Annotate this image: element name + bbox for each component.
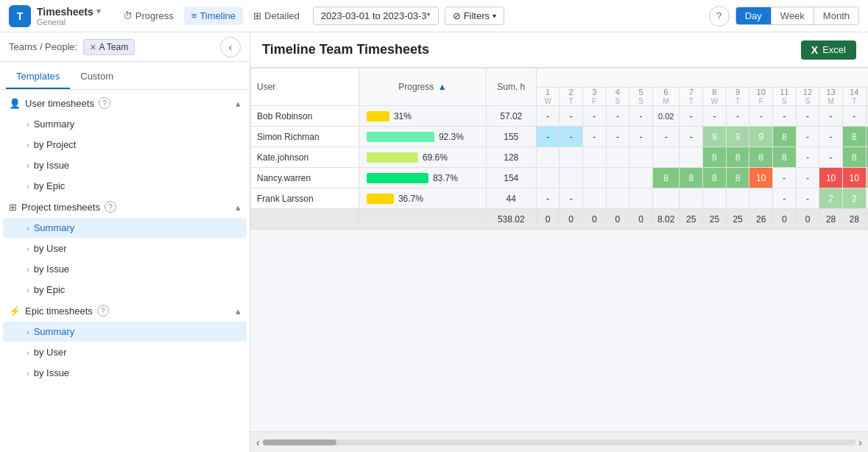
cell-day: -: [819, 127, 843, 147]
cell-day: [606, 188, 629, 209]
sidebar-item-label: by Issue: [34, 367, 69, 378]
cell-day: 8: [726, 168, 749, 188]
tab-custom[interactable]: Custom: [70, 65, 124, 89]
team-tag-x[interactable]: ×: [90, 41, 96, 53]
content-header: Timeline Team Timesheets X Excel: [250, 32, 868, 68]
section-project-timesheets[interactable]: ⊞ Project timesheets ? ▴: [0, 197, 250, 217]
cell-day: -: [652, 127, 680, 147]
chevron-icon: ›: [27, 244, 29, 253]
sort-icon[interactable]: ▲: [438, 82, 447, 92]
sidebar-item-label: by User: [34, 347, 67, 358]
tab-week[interactable]: Week: [772, 7, 814, 24]
excel-button[interactable]: X Excel: [801, 40, 856, 60]
footer-day: 25: [703, 209, 727, 230]
chevron-icon: ›: [27, 161, 29, 170]
sidebar-item-project-by-user[interactable]: › by User: [3, 239, 247, 258]
cell-day: [703, 188, 727, 209]
project-timesheets-collapse[interactable]: ▴: [236, 202, 241, 213]
sidebar-item-user-summary[interactable]: › Summary: [3, 114, 247, 134]
sidebar-item-epic-by-user[interactable]: › by User: [3, 342, 247, 362]
scroll-left-arrow[interactable]: ‹: [256, 437, 260, 448]
sidebar-item-label: by Project: [34, 139, 77, 150]
scroll-thumb[interactable]: [263, 439, 336, 445]
nav-progress[interactable]: ⏱ Progress: [116, 7, 181, 25]
nav-progress-label: Progress: [135, 10, 174, 21]
nav-detailed[interactable]: ⊞ Detailed: [246, 7, 307, 25]
sidebar-item-epic-summary[interactable]: › Summary: [3, 322, 247, 342]
content-area: Timeline Team Timesheets X Excel User: [250, 32, 868, 452]
sidebar-item-user-by-epic[interactable]: › by Epic: [3, 176, 247, 196]
scroll-right-arrow[interactable]: ›: [858, 437, 862, 448]
detailed-icon: ⊞: [253, 10, 261, 21]
cell-day: -: [680, 127, 703, 147]
table-row: Kate.johnson 69.6% 128: [251, 147, 869, 168]
project-timesheets-help[interactable]: ?: [105, 201, 116, 213]
user-timesheets-collapse[interactable]: ▴: [236, 98, 241, 109]
sidebar-item-user-by-issue[interactable]: › by Issue: [3, 155, 247, 175]
horizontal-scrollbar[interactable]: ‹ ›: [250, 431, 868, 452]
cell-user: Bob Robinson: [251, 106, 359, 127]
cell-day: 8: [773, 147, 797, 168]
sidebar-collapse-button[interactable]: ‹: [220, 37, 241, 57]
cell-day: 8: [703, 168, 727, 188]
tab-templates[interactable]: Templates: [6, 65, 70, 89]
epic-timesheets-help[interactable]: ?: [97, 305, 109, 317]
cell-day: -: [796, 106, 819, 127]
cell-day: -: [819, 106, 843, 127]
filter-button[interactable]: ⊘ Filters ▾: [445, 7, 504, 25]
day-3: 3F: [582, 88, 606, 106]
cell-day: 9: [749, 127, 773, 147]
scroll-track[interactable]: [263, 439, 856, 445]
sidebar-item-project-by-issue[interactable]: › by Issue: [3, 259, 247, 279]
footer-day: 0: [606, 209, 629, 230]
footer-sum: 538.02: [486, 209, 536, 230]
dropdown-icon[interactable]: ▾: [96, 7, 101, 16]
sidebar-item-label: by User: [34, 243, 67, 254]
cell-day: [582, 168, 606, 188]
cell-day: 2: [819, 188, 843, 209]
project-timesheets-title: Project timesheets: [21, 202, 100, 213]
team-tag: × A Team: [83, 39, 135, 55]
cell-sum: 154: [486, 168, 536, 188]
date-range-button[interactable]: 2023-03-01 to 2023-03-3*: [313, 7, 439, 25]
footer-label: [251, 209, 359, 230]
sidebar-item-project-by-epic[interactable]: › by Epic: [3, 280, 247, 300]
progress-col-label: Progress: [398, 82, 434, 92]
footer-day: 25: [726, 209, 749, 230]
cell-day: [536, 168, 560, 188]
chevron-icon: ›: [27, 141, 29, 149]
day-5: 5S: [629, 88, 653, 106]
cell-day: -: [606, 106, 629, 127]
project-timesheets-icon: ⊞: [9, 202, 17, 213]
cell-day: -: [536, 188, 560, 209]
nav-timeline[interactable]: ≡ Timeline: [184, 7, 243, 25]
cell-day: [629, 147, 653, 168]
day-6: 6M: [652, 88, 680, 106]
section-user-timesheets[interactable]: 👤 User timesheets ? ▴: [0, 93, 250, 113]
footer-row: 538.02 0 0 0 0 0 8.02 25 25 25 26 0 0 28: [251, 209, 869, 230]
cell-day: [749, 188, 773, 209]
tab-month[interactable]: Month: [814, 7, 858, 24]
cell-day: -: [773, 188, 797, 209]
tab-day[interactable]: Day: [736, 7, 772, 24]
section-epic-timesheets[interactable]: ⚡ Epic timesheets ? ▴: [0, 300, 250, 321]
timeline-table-wrapper[interactable]: User Progress ▲ Sum, h March 1W 2T 3F 4S: [250, 68, 868, 431]
cell-day: -: [726, 106, 749, 127]
cell-day: -: [842, 106, 866, 127]
user-timesheets-title: User timesheets: [25, 98, 94, 109]
footer-day: 8.02: [652, 209, 680, 230]
help-button[interactable]: ?: [709, 6, 730, 27]
cell-day: 10: [749, 168, 773, 188]
cell-day: [680, 188, 703, 209]
sidebar-item-epic-by-issue[interactable]: › by Issue: [3, 363, 247, 383]
cell-day: -: [582, 106, 606, 127]
sidebar-item-project-summary[interactable]: › Summary: [3, 218, 247, 238]
day-14: 14T: [842, 88, 866, 106]
chevron-icon: ›: [27, 182, 29, 191]
teams-row: Teams / People: × A Team ‹: [0, 32, 250, 62]
sidebar: Teams / People: × A Team ‹ Templates Cus…: [0, 32, 250, 452]
epic-timesheets-collapse[interactable]: ▴: [236, 306, 241, 317]
sidebar-item-user-by-project[interactable]: › by Project: [3, 135, 247, 155]
user-timesheets-help[interactable]: ?: [99, 97, 110, 109]
table-header-row: User Progress ▲ Sum, h March: [251, 68, 869, 88]
